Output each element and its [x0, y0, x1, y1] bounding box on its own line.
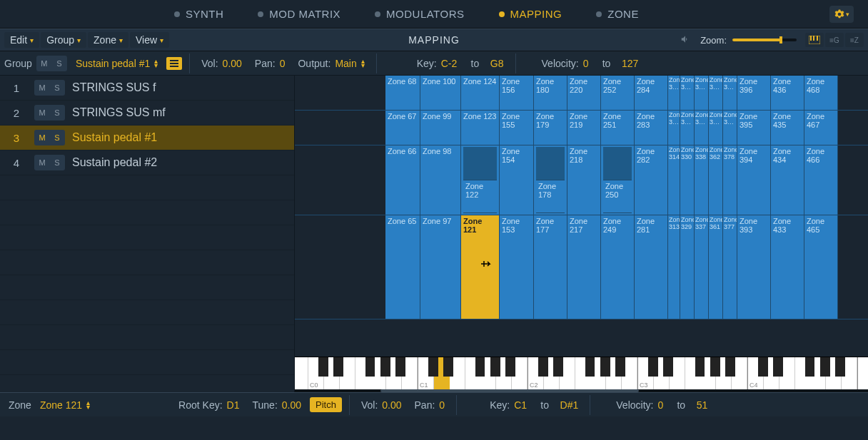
- zone-cell[interactable]: Zone 252: [601, 76, 635, 110]
- zone-cell[interactable]: Zone 330: [680, 145, 695, 215]
- zone-cell[interactable]: Zone 3…: [695, 111, 709, 145]
- vol-value[interactable]: 0.00: [223, 58, 242, 69]
- list-icon-button[interactable]: [166, 57, 182, 70]
- group-row[interactable]: 1MSSTRINGS SUS f: [0, 76, 294, 101]
- zone-cell[interactable]: Zone 155: [500, 111, 534, 145]
- tab-mapping[interactable]: MAPPING: [482, 2, 580, 26]
- tab-synth[interactable]: SYNTH: [157, 2, 241, 26]
- zone-cell[interactable]: Zone 329: [680, 215, 695, 319]
- zone-vel-low[interactable]: 0: [657, 399, 663, 411]
- zone-vol-value[interactable]: 0.00: [382, 399, 401, 411]
- zone-cell[interactable]: Zone 220: [567, 76, 601, 110]
- zone-cell[interactable]: Zone 250: [601, 145, 635, 215]
- zone-cell[interactable]: Zone 362: [709, 145, 723, 215]
- zoom-slider[interactable]: [732, 39, 797, 41]
- zone-cell[interactable]: Zone 337: [695, 215, 709, 319]
- zone-pan-value[interactable]: 0: [439, 399, 445, 411]
- solo-button[interactable]: S: [51, 106, 64, 119]
- zone-cell[interactable]: Zone 394: [737, 145, 771, 215]
- solo-button[interactable]: S: [51, 81, 64, 94]
- key-high[interactable]: G8: [490, 58, 504, 69]
- zone-cell[interactable]: Zone 313: [668, 215, 680, 319]
- zone-cell[interactable]: Zone 121: [461, 215, 500, 319]
- zone-cell[interactable]: Zone 153: [500, 215, 534, 319]
- zone-cell[interactable]: Zone 3…: [723, 111, 737, 145]
- zone-cell[interactable]: Zone 465: [804, 215, 838, 319]
- group-select[interactable]: Sustain pedal #1 ▴▾: [71, 58, 162, 69]
- zone-cell[interactable]: Zone 434: [771, 145, 804, 215]
- view-keyboard-button[interactable]: [805, 33, 824, 47]
- zone-vel-high[interactable]: 51: [697, 399, 708, 411]
- mute-button[interactable]: M: [36, 106, 49, 119]
- zone-cell[interactable]: Zone 218: [567, 145, 601, 215]
- zone-cell[interactable]: Zone 124: [461, 76, 500, 110]
- zone-cell[interactable]: Zone 284: [635, 76, 668, 110]
- zone-cell[interactable]: Zone 282: [635, 145, 668, 215]
- zone-cell[interactable]: Zone 468: [804, 76, 838, 110]
- pan-value[interactable]: 0: [280, 58, 286, 69]
- zone-cell[interactable]: Zone 67: [385, 111, 420, 145]
- zone-key-low[interactable]: C1: [514, 399, 527, 411]
- zone-cell[interactable]: Zone 180: [534, 76, 567, 110]
- zone-cell[interactable]: Zone 3…: [668, 111, 680, 145]
- zone-cell[interactable]: Zone 123: [461, 111, 500, 145]
- velocity-high[interactable]: 127: [622, 58, 638, 69]
- zone-cell[interactable]: Zone 66: [385, 145, 420, 215]
- tab-zone[interactable]: ZONE: [579, 2, 656, 26]
- mute-button[interactable]: M: [36, 156, 49, 169]
- group-solo-button[interactable]: S: [53, 57, 66, 70]
- zone-cell[interactable]: Zone 179: [534, 111, 567, 145]
- zone-cell[interactable]: Zone 361: [709, 215, 723, 319]
- tune-value[interactable]: 0.00: [282, 399, 301, 411]
- mute-button[interactable]: M: [36, 81, 49, 94]
- edit-menu[interactable]: Edit▾: [4, 32, 39, 48]
- zone-cell[interactable]: Zone 3…: [709, 76, 723, 110]
- group-row[interactable]: 4MSSustain pedal #2: [0, 150, 294, 175]
- zone-cell[interactable]: Zone 98: [420, 145, 461, 215]
- zone-map[interactable]: Zone 68Zone 100Zone 124Zone 156Zone 180Z…: [295, 76, 868, 392]
- zone-cell[interactable]: Zone 249: [601, 215, 635, 319]
- zone-cell[interactable]: Zone 314: [668, 145, 680, 215]
- zone-cell[interactable]: Zone 436: [771, 76, 804, 110]
- zone-cell[interactable]: Zone 467: [804, 111, 838, 145]
- zone-cell[interactable]: Zone 65: [385, 215, 420, 319]
- zone-menu[interactable]: Zone▾: [88, 32, 128, 48]
- settings-gear-button[interactable]: ▾: [829, 6, 854, 23]
- zone-cell[interactable]: Zone 3…: [723, 76, 737, 110]
- zone-cell[interactable]: Zone 281: [635, 215, 668, 319]
- output-value[interactable]: Main: [335, 58, 356, 69]
- zone-cell[interactable]: Zone 100: [420, 76, 461, 110]
- group-mute-button[interactable]: M: [38, 57, 51, 70]
- zone-cell[interactable]: Zone 99: [420, 111, 461, 145]
- zone-cell[interactable]: Zone 378: [723, 145, 737, 215]
- solo-button[interactable]: S: [51, 156, 64, 169]
- zone-cell[interactable]: Zone 396: [737, 76, 771, 110]
- zone-cell[interactable]: Zone 283: [635, 111, 668, 145]
- view-group-button[interactable]: ≡G: [825, 33, 844, 47]
- zone-cell[interactable]: Zone 3…: [695, 76, 709, 110]
- zone-cell[interactable]: Zone 3…: [668, 76, 680, 110]
- zone-cell[interactable]: Zone 251: [601, 111, 635, 145]
- group-menu[interactable]: Group▾: [41, 32, 86, 48]
- zone-cell[interactable]: Zone 393: [737, 215, 771, 319]
- zone-cell[interactable]: Zone 433: [771, 215, 804, 319]
- zone-select[interactable]: Zone 121▴▾: [36, 399, 94, 411]
- key-low[interactable]: C-2: [441, 58, 458, 69]
- zone-cell[interactable]: Zone 219: [567, 111, 601, 145]
- zone-cell[interactable]: Zone 3…: [680, 76, 695, 110]
- group-row[interactable]: 2MSSTRINGS SUS mf: [0, 101, 294, 126]
- tab-modulators[interactable]: MODULATORS: [358, 2, 481, 26]
- group-row[interactable]: 3MSSustain pedal #1: [0, 126, 294, 150]
- zone-cell[interactable]: Zone 156: [500, 76, 534, 110]
- speaker-icon[interactable]: [679, 34, 692, 46]
- view-menu[interactable]: View▾: [130, 32, 169, 48]
- zone-cell[interactable]: Zone 178: [534, 145, 567, 215]
- zone-cell[interactable]: Zone 3…: [709, 111, 723, 145]
- pitch-button[interactable]: Pitch: [310, 397, 342, 412]
- zone-cell[interactable]: Zone 377: [723, 215, 737, 319]
- h-scrollbar[interactable]: [295, 389, 868, 392]
- zone-cell[interactable]: Zone 97: [420, 215, 461, 319]
- rootkey-value[interactable]: D1: [227, 399, 240, 411]
- zone-cell[interactable]: Zone 466: [804, 145, 838, 215]
- zone-cell[interactable]: Zone 395: [737, 111, 771, 145]
